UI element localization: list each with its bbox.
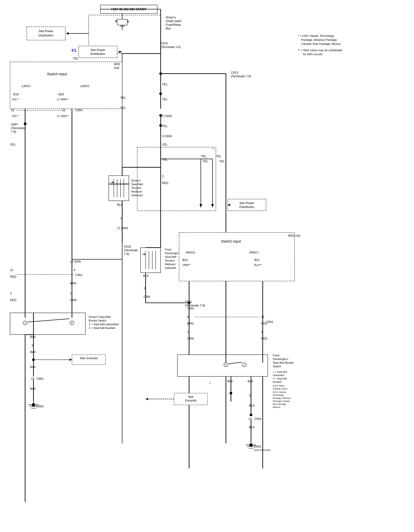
svg-point-284: [188, 302, 191, 304]
svg-text:2: 2: [10, 292, 12, 295]
svg-text:YEL: YEL: [216, 155, 221, 158]
svg-text:BRN: BRN: [187, 322, 193, 325]
svg-text:Driver's: Driver's: [131, 179, 141, 182]
svg-text:GRN: GRN: [187, 337, 194, 340]
svg-text:Seat Belt Buckle: Seat Belt Buckle: [273, 361, 294, 364]
svg-text:Technology: Technology: [273, 394, 284, 396]
svg-text:1: 1: [243, 363, 245, 366]
svg-text:15: 15: [62, 109, 65, 112]
svg-rect-8: [27, 27, 65, 40]
svg-text:Grounds: Grounds: [185, 399, 196, 402]
svg-text:1: 1: [24, 322, 26, 324]
svg-text:Fuse/Relay: Fuse/Relay: [166, 23, 181, 27]
svg-text:Reducer: Reducer: [165, 263, 176, 266]
svg-text:Switch: Switch: [273, 365, 281, 368]
svg-text:C610: C610: [161, 42, 168, 45]
svg-text:BLK: BLK: [227, 380, 233, 383]
svg-text:11: 11: [10, 268, 13, 272]
svg-text:Seat Belt: Seat Belt: [165, 255, 176, 258]
svg-text:C901: C901: [75, 273, 83, 277]
svg-text:(RBSO): (RBSO): [186, 251, 195, 254]
svg-text:2 = Seat belt: 2 = Seat belt: [273, 377, 287, 380]
svg-text:BLK: BLK: [249, 404, 255, 407]
svg-text:RED: RED: [10, 275, 16, 278]
svg-text:(Terminals: (Terminals: [124, 249, 138, 252]
svg-text:G601: G601: [37, 405, 44, 408]
svg-text:* =  USA: Hawaii, Technology: * = USA: Hawaii, Technology: [298, 34, 334, 38]
svg-text:Buckle Switch: Buckle Switch: [89, 319, 106, 322]
svg-text:10: 10: [31, 377, 34, 380]
svg-text:7-9): 7-9): [124, 252, 129, 256]
svg-text:YEL: YEL: [162, 124, 168, 128]
svg-text:Solenoid: Solenoid: [165, 266, 176, 269]
svg-text:Package, Advance Package;: Package, Advance Package;: [301, 38, 337, 41]
svg-rect-161: [228, 199, 266, 211]
svg-text:Driver's: Driver's: [166, 16, 176, 19]
svg-text:Box: Box: [166, 27, 171, 30]
svg-point-256: [250, 414, 252, 416]
svg-text:Passenger's: Passenger's: [273, 358, 288, 361]
svg-text:YEL**: YEL**: [12, 98, 19, 101]
svg-text:3: 3: [249, 394, 251, 397]
svg-text:BLK: BLK: [30, 365, 36, 369]
svg-text:LT GRN**: LT GRN**: [57, 98, 69, 101]
svg-text:7-9): 7-9): [11, 130, 16, 133]
svg-text:(USA: Hawaii,: (USA: Hawaii,: [273, 391, 286, 393]
svg-text:unbuckled: unbuckled: [273, 374, 284, 377]
svg-text:*: *: [209, 382, 211, 385]
svg-text:RED: RED: [162, 181, 168, 185]
svg-text:YEL: YEL: [202, 160, 208, 163]
svg-text:Canada: Elite Package; Mexico: Canada: Elite Package; Mexico: [301, 42, 341, 46]
svg-text:YEL: YEL: [162, 143, 168, 146]
svg-text:16: 16: [11, 109, 14, 112]
svg-text:See Power: See Power: [91, 48, 105, 52]
svg-text:SRS: SRS: [114, 63, 120, 66]
svg-text:(Terminals 7-9): (Terminals 7-9): [185, 304, 205, 307]
svg-rect-23: [79, 46, 117, 58]
svg-text:BLU**: BLU**: [254, 264, 262, 266]
svg-text:YEL: YEL: [162, 158, 168, 161]
svg-rect-217: [177, 355, 268, 376]
svg-text:LT GRN: LT GRN: [70, 260, 81, 263]
svg-text:BLK: BLK: [248, 380, 253, 383]
svg-text:2: 2: [71, 322, 72, 324]
svg-text:B19: B19: [13, 93, 19, 96]
svg-point-68: [159, 114, 162, 117]
svg-text:YEL: YEL: [10, 143, 16, 146]
svg-text:1: 1: [120, 217, 122, 220]
svg-text:GRN: GRN: [70, 298, 77, 302]
svg-text:B20: B20: [58, 93, 64, 96]
svg-text:(RBSC): (RBSC): [249, 251, 259, 254]
svg-text:BLK: BLK: [30, 335, 36, 339]
svg-text:RED: RED: [261, 322, 267, 325]
svg-text:SRS Unit: SRS Unit: [288, 234, 300, 238]
svg-rect-127: [10, 313, 85, 335]
svg-text:See: See: [188, 395, 193, 399]
svg-text:2 = Seat belt buckled: 2 = Seat belt buckled: [89, 326, 115, 330]
svg-text:C931: C931: [254, 417, 261, 421]
svg-rect-87: [109, 176, 129, 201]
svg-text:2  C606: 2 C606: [162, 114, 172, 118]
svg-text:RED: RED: [261, 337, 267, 340]
svg-text:Package, Advance: Package, Advance: [273, 397, 291, 399]
svg-text:3: 3: [31, 344, 33, 347]
svg-text:Tension: Tension: [131, 186, 141, 190]
svg-text:YEL: YEL: [219, 160, 225, 163]
svg-text:ORN: ORN: [187, 307, 194, 310]
svg-text:YEL: YEL: [73, 57, 78, 60]
svg-text:** = Wire colors may be substi: ** = Wire colors may be substituted: [298, 49, 342, 52]
svg-text:RED: RED: [10, 298, 16, 302]
svg-text:F1: F1: [72, 48, 76, 53]
svg-text:C604: C604: [75, 109, 83, 112]
svg-text:Package;Canada:: Package;Canada:: [273, 400, 290, 402]
svg-text:Elite Package;: Elite Package;: [273, 403, 287, 405]
svg-rect-6: [117, 19, 127, 25]
svg-text:3  C656: 3 C656: [162, 134, 172, 138]
svg-text:1: 1: [144, 287, 145, 290]
svg-text:Reducer: Reducer: [131, 190, 142, 193]
svg-text:C607: C607: [11, 123, 18, 126]
svg-text:B21: B21: [254, 258, 260, 262]
svg-marker-251: [145, 398, 148, 400]
svg-text:Switch input: Switch input: [47, 72, 67, 76]
svg-text:4: 4: [74, 268, 75, 272]
